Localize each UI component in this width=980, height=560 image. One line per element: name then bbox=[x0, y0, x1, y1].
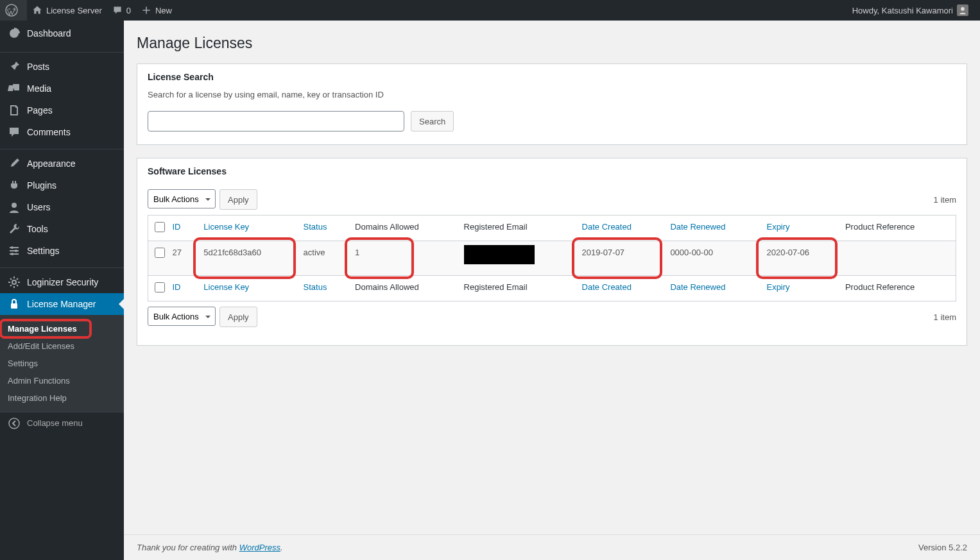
wrench-icon bbox=[8, 223, 21, 235]
new-link[interactable]: New bbox=[136, 0, 177, 21]
tablenav-top: Bulk Actions Apply 1 item bbox=[148, 184, 956, 215]
howdy-text: Howdy, Katsushi Kawamori bbox=[852, 6, 953, 15]
home-icon bbox=[32, 5, 42, 15]
menu-users[interactable]: Users bbox=[0, 196, 124, 218]
col-domains: Domains Allowed bbox=[348, 216, 458, 241]
page-title: Manage Licenses bbox=[137, 35, 967, 52]
cell-product bbox=[839, 241, 956, 276]
col-id[interactable]: ID bbox=[166, 216, 198, 241]
new-label: New bbox=[155, 6, 172, 15]
col-created[interactable]: Date Created bbox=[576, 216, 664, 241]
menu-license-manager[interactable]: License Manager bbox=[0, 293, 124, 315]
wordpress-icon bbox=[5, 4, 18, 17]
media-icon bbox=[8, 82, 21, 95]
licenses-panel: Software Licenses Bulk Actions Apply 1 i… bbox=[137, 158, 967, 346]
item-count-bottom: 1 item bbox=[934, 312, 956, 322]
submenu-manage-licenses[interactable]: Manage Licenses bbox=[0, 320, 124, 337]
site-name-link[interactable]: License Server bbox=[27, 0, 107, 21]
menu-dashboard[interactable]: Dashboard bbox=[0, 21, 124, 46]
redacted-email bbox=[464, 245, 535, 264]
col-key[interactable]: License Key bbox=[197, 216, 297, 241]
menu-loginizer[interactable]: Loginizer Security bbox=[0, 271, 124, 293]
wp-logo[interactable] bbox=[0, 0, 27, 21]
svg-point-2 bbox=[12, 203, 17, 208]
user-icon bbox=[958, 6, 967, 15]
menu-pages[interactable]: Pages bbox=[0, 99, 124, 121]
search-heading: License Search bbox=[148, 72, 956, 82]
menu-media[interactable]: Media bbox=[0, 78, 124, 99]
svg-point-3 bbox=[11, 246, 13, 249]
menu-settings[interactable]: Settings bbox=[0, 240, 124, 262]
comments-icon bbox=[8, 126, 21, 139]
bulk-actions-select-top[interactable]: Bulk Actions bbox=[148, 189, 216, 208]
cell-expiry: 2020-07-06 bbox=[760, 241, 838, 276]
avatar bbox=[957, 4, 968, 16]
plus-icon bbox=[141, 5, 151, 15]
licenses-table: ID License Key Status Domains Allowed Re… bbox=[148, 215, 956, 301]
select-all-bottom[interactable] bbox=[155, 282, 165, 293]
select-all-top[interactable] bbox=[155, 222, 165, 232]
brush-icon bbox=[8, 157, 21, 170]
search-button[interactable]: Search bbox=[411, 111, 454, 132]
comment-icon bbox=[112, 5, 123, 15]
gear-icon bbox=[8, 276, 21, 289]
search-panel: License Search Search for a license by u… bbox=[137, 64, 967, 145]
svg-point-5 bbox=[11, 253, 13, 255]
sliders-icon bbox=[8, 244, 21, 257]
licenses-heading: Software Licenses bbox=[148, 166, 956, 176]
svg-point-1 bbox=[961, 7, 965, 11]
apply-button-top[interactable]: Apply bbox=[219, 189, 257, 210]
item-count-top: 1 item bbox=[934, 195, 956, 205]
cell-status: active bbox=[297, 241, 349, 276]
lock-icon bbox=[8, 298, 21, 310]
users-icon bbox=[8, 201, 21, 214]
col-expiry[interactable]: Expiry bbox=[760, 216, 838, 241]
comments-count: 0 bbox=[126, 6, 131, 15]
submenu-admin-functions[interactable]: Admin Functions bbox=[0, 372, 124, 389]
col-status[interactable]: Status bbox=[297, 216, 349, 241]
cell-id: 27 bbox=[166, 241, 198, 276]
menu-plugins[interactable]: Plugins bbox=[0, 174, 124, 196]
admin-bar: License Server 0 New Howdy, Katsushi Kaw… bbox=[0, 0, 980, 21]
pages-icon bbox=[8, 104, 21, 117]
submenu-add-edit-licenses[interactable]: Add/Edit Licenses bbox=[0, 337, 124, 355]
submenu-settings[interactable]: Settings bbox=[0, 355, 124, 372]
submenu-license-manager: Manage Licenses Add/Edit Licenses Settin… bbox=[0, 315, 124, 397]
pin-icon bbox=[8, 60, 21, 73]
row-checkbox[interactable] bbox=[155, 248, 165, 258]
search-input[interactable] bbox=[148, 111, 404, 132]
col-product: Product Reference bbox=[839, 216, 956, 241]
admin-sidebar: Dashboard Posts Media Pages Comments App… bbox=[0, 21, 124, 397]
menu-posts[interactable]: Posts bbox=[0, 56, 124, 78]
tablenav-bottom: Bulk Actions Apply 1 item bbox=[148, 301, 956, 332]
cell-created: 2019-07-07 bbox=[576, 241, 664, 276]
cell-key: 5d21fc68d3a60 bbox=[197, 241, 297, 276]
svg-point-4 bbox=[15, 250, 17, 252]
svg-rect-7 bbox=[11, 303, 17, 309]
apply-button-bottom[interactable]: Apply bbox=[219, 307, 257, 327]
cell-email bbox=[458, 241, 576, 276]
submenu-integration-help[interactable]: Integration Help bbox=[0, 389, 124, 397]
menu-comments[interactable]: Comments bbox=[0, 121, 124, 143]
cell-renewed: 0000-00-00 bbox=[664, 241, 760, 276]
table-row: 27 5d21fc68d3a60 active 1 2019-07-07 000… bbox=[148, 241, 956, 276]
account-link[interactable]: Howdy, Katsushi Kawamori bbox=[847, 0, 974, 21]
svg-point-6 bbox=[12, 280, 16, 284]
menu-tools[interactable]: Tools bbox=[0, 218, 124, 240]
site-name: License Server bbox=[46, 6, 102, 15]
col-renewed[interactable]: Date Renewed bbox=[664, 216, 760, 241]
dashboard-icon bbox=[8, 27, 21, 40]
comments-link[interactable]: 0 bbox=[107, 0, 136, 21]
menu-appearance[interactable]: Appearance bbox=[0, 153, 124, 174]
plug-icon bbox=[8, 179, 21, 192]
search-description: Search for a license by using email, nam… bbox=[148, 90, 956, 99]
col-email: Registered Email bbox=[458, 216, 576, 241]
bulk-actions-select-bottom[interactable]: Bulk Actions bbox=[148, 307, 216, 326]
main-content: Manage Licenses License Search Search fo… bbox=[124, 21, 980, 397]
cell-domains: 1 bbox=[348, 241, 458, 276]
